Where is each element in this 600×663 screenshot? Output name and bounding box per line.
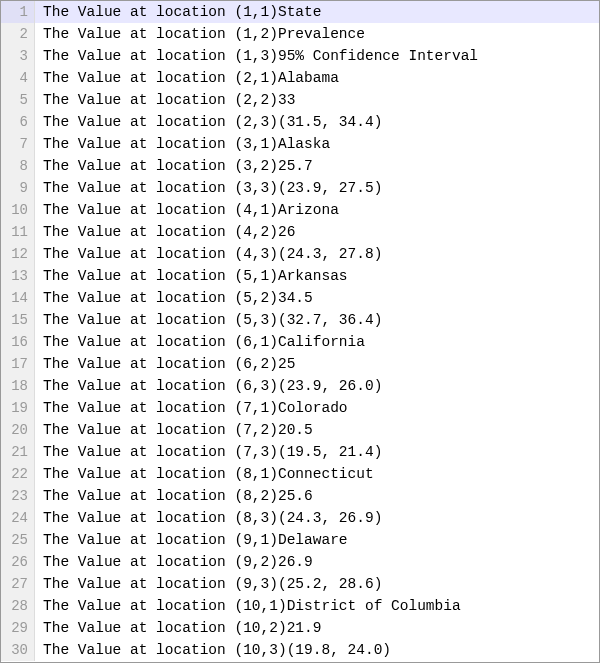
editor-line[interactable]: 29The Value at location (10,2)21.9 [1, 617, 599, 639]
line-text[interactable]: The Value at location (9,2)26.9 [35, 551, 313, 573]
line-text[interactable]: The Value at location (10,1)District of … [35, 595, 461, 617]
line-number: 5 [1, 89, 35, 111]
line-number: 14 [1, 287, 35, 309]
editor-line[interactable]: 28The Value at location (10,1)District o… [1, 595, 599, 617]
editor-line[interactable]: 20The Value at location (7,2)20.5 [1, 419, 599, 441]
line-number: 8 [1, 155, 35, 177]
editor-line[interactable]: 19The Value at location (7,1)Colorado [1, 397, 599, 419]
line-number: 3 [1, 45, 35, 67]
editor-line[interactable]: 10The Value at location (4,1)Arizona [1, 199, 599, 221]
line-number: 24 [1, 507, 35, 529]
line-number: 10 [1, 199, 35, 221]
line-text[interactable]: The Value at location (4,1)Arizona [35, 199, 339, 221]
editor-line[interactable]: 12The Value at location (4,3)(24.3, 27.8… [1, 243, 599, 265]
line-text[interactable]: The Value at location (3,2)25.7 [35, 155, 313, 177]
line-number: 16 [1, 331, 35, 353]
line-text[interactable]: The Value at location (8,3)(24.3, 26.9) [35, 507, 382, 529]
line-number: 12 [1, 243, 35, 265]
line-number: 21 [1, 441, 35, 463]
line-text[interactable]: The Value at location (2,3)(31.5, 34.4) [35, 111, 382, 133]
line-text[interactable]: The Value at location (6,3)(23.9, 26.0) [35, 375, 382, 397]
line-text[interactable]: The Value at location (4,2)26 [35, 221, 295, 243]
line-number: 26 [1, 551, 35, 573]
editor-line[interactable]: 6The Value at location (2,3)(31.5, 34.4) [1, 111, 599, 133]
line-text[interactable]: The Value at location (1,3)95% Confidenc… [35, 45, 478, 67]
line-text[interactable]: The Value at location (3,1)Alaska [35, 133, 330, 155]
editor-line[interactable]: 13The Value at location (5,1)Arkansas [1, 265, 599, 287]
line-text[interactable]: The Value at location (6,2)25 [35, 353, 295, 375]
line-number: 18 [1, 375, 35, 397]
editor-line[interactable]: 18The Value at location (6,3)(23.9, 26.0… [1, 375, 599, 397]
line-text[interactable]: The Value at location (7,1)Colorado [35, 397, 348, 419]
editor-line[interactable]: 24The Value at location (8,3)(24.3, 26.9… [1, 507, 599, 529]
editor-line[interactable]: 2The Value at location (1,2)Prevalence [1, 23, 599, 45]
line-number: 28 [1, 595, 35, 617]
line-number: 15 [1, 309, 35, 331]
editor-line[interactable]: 8The Value at location (3,2)25.7 [1, 155, 599, 177]
line-number: 29 [1, 617, 35, 639]
line-text[interactable]: The Value at location (1,2)Prevalence [35, 23, 365, 45]
code-editor[interactable]: 1The Value at location (1,1)State2The Va… [0, 0, 600, 663]
editor-line[interactable]: 5The Value at location (2,2)33 [1, 89, 599, 111]
line-text[interactable]: The Value at location (5,2)34.5 [35, 287, 313, 309]
line-text[interactable]: The Value at location (8,1)Connecticut [35, 463, 374, 485]
line-text[interactable]: The Value at location (3,3)(23.9, 27.5) [35, 177, 382, 199]
line-number: 27 [1, 573, 35, 595]
editor-line[interactable]: 3The Value at location (1,3)95% Confiden… [1, 45, 599, 67]
line-number: 13 [1, 265, 35, 287]
editor-line[interactable]: 15The Value at location (5,3)(32.7, 36.4… [1, 309, 599, 331]
line-text[interactable]: The Value at location (10,2)21.9 [35, 617, 321, 639]
line-number: 30 [1, 639, 35, 661]
line-text[interactable]: The Value at location (8,2)25.6 [35, 485, 313, 507]
editor-line[interactable]: 26The Value at location (9,2)26.9 [1, 551, 599, 573]
line-number: 25 [1, 529, 35, 551]
editor-line[interactable]: 11The Value at location (4,2)26 [1, 221, 599, 243]
editor-line[interactable]: 21The Value at location (7,3)(19.5, 21.4… [1, 441, 599, 463]
editor-line[interactable]: 4The Value at location (2,1)Alabama [1, 67, 599, 89]
line-number: 19 [1, 397, 35, 419]
line-number: 6 [1, 111, 35, 133]
line-text[interactable]: The Value at location (9,1)Delaware [35, 529, 348, 551]
line-text[interactable]: The Value at location (9,3)(25.2, 28.6) [35, 573, 382, 595]
line-text[interactable]: The Value at location (5,1)Arkansas [35, 265, 348, 287]
line-text[interactable]: The Value at location (5,3)(32.7, 36.4) [35, 309, 382, 331]
editor-line[interactable]: 16The Value at location (6,1)California [1, 331, 599, 353]
line-text[interactable]: The Value at location (7,3)(19.5, 21.4) [35, 441, 382, 463]
editor-line[interactable]: 14The Value at location (5,2)34.5 [1, 287, 599, 309]
line-text[interactable]: The Value at location (10,3)(19.8, 24.0) [35, 639, 391, 661]
line-number: 22 [1, 463, 35, 485]
editor-line[interactable]: 1The Value at location (1,1)State [1, 1, 599, 23]
line-number: 11 [1, 221, 35, 243]
editor-line[interactable]: 22The Value at location (8,1)Connecticut [1, 463, 599, 485]
editor-line[interactable]: 30The Value at location (10,3)(19.8, 24.… [1, 639, 599, 661]
editor-line[interactable]: 23The Value at location (8,2)25.6 [1, 485, 599, 507]
line-text[interactable]: The Value at location (1,1)State [35, 1, 321, 23]
line-number: 9 [1, 177, 35, 199]
line-text[interactable]: The Value at location (2,2)33 [35, 89, 295, 111]
editor-line[interactable]: 7The Value at location (3,1)Alaska [1, 133, 599, 155]
line-number: 7 [1, 133, 35, 155]
line-number: 1 [1, 1, 35, 23]
editor-line[interactable]: 25The Value at location (9,1)Delaware [1, 529, 599, 551]
line-number: 2 [1, 23, 35, 45]
line-text[interactable]: The Value at location (4,3)(24.3, 27.8) [35, 243, 382, 265]
line-number: 23 [1, 485, 35, 507]
line-number: 17 [1, 353, 35, 375]
line-text[interactable]: The Value at location (2,1)Alabama [35, 67, 339, 89]
editor-line[interactable]: 27The Value at location (9,3)(25.2, 28.6… [1, 573, 599, 595]
line-text[interactable]: The Value at location (6,1)California [35, 331, 365, 353]
line-number: 4 [1, 67, 35, 89]
editor-line[interactable]: 17The Value at location (6,2)25 [1, 353, 599, 375]
editor-line[interactable]: 9The Value at location (3,3)(23.9, 27.5) [1, 177, 599, 199]
line-number: 20 [1, 419, 35, 441]
line-text[interactable]: The Value at location (7,2)20.5 [35, 419, 313, 441]
